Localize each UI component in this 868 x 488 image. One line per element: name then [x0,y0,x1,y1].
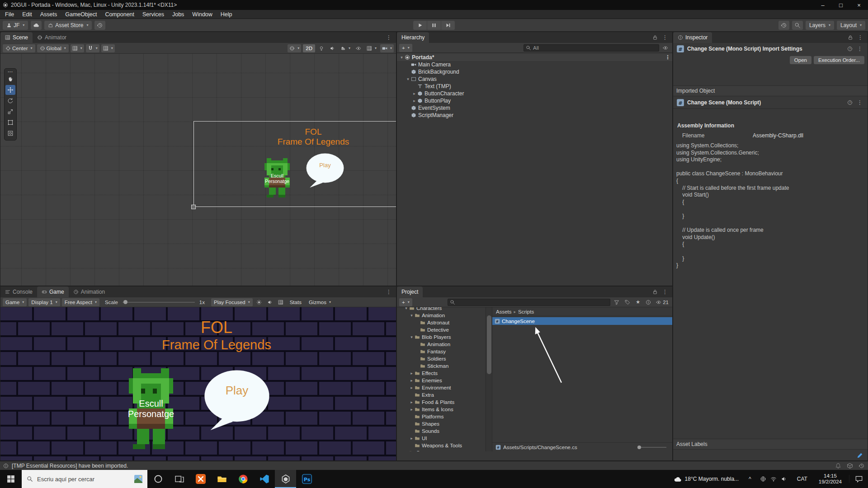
metrics-button[interactable] [276,298,285,306]
project-folder-characters[interactable]: ▾Characters [397,307,486,312]
project-folder-platforms[interactable]: Platforms [397,413,486,420]
start-button[interactable] [0,470,22,488]
expand-arrow-icon[interactable]: ▸ [409,436,415,441]
grid-snap-dropdown[interactable]: ▾ [71,44,84,52]
create-object-button[interactable]: +▾ [399,44,412,52]
grid-visibility-dropdown[interactable]: ▾ [365,44,378,52]
lock-icon[interactable] [652,35,658,40]
project-folder-ui[interactable]: ▸UI [397,435,486,442]
taskbar-app-unity[interactable] [275,470,296,488]
search-everything-button[interactable] [792,21,803,30]
game-target-dropdown[interactable]: Game▾ [3,298,27,306]
scene-audio-button[interactable] [328,44,337,52]
taskbar-app-orange[interactable] [190,470,211,488]
tool-orientation-dropdown[interactable]: Global ▾ [37,44,69,52]
collab-history-button[interactable] [94,21,105,30]
search-by-type-button[interactable] [612,298,621,306]
tab-animation[interactable]: Animation [69,286,109,297]
tab-animator[interactable]: Animator [33,32,71,43]
tray-expand-button[interactable]: ^ [746,476,754,482]
tool-pivot-dropdown[interactable]: Center ▾ [3,44,35,52]
menu-edit[interactable]: Edit [18,11,36,18]
volume-icon[interactable] [781,476,787,482]
hierarchy-item-brickbackground[interactable]: BrickBackground [397,68,672,75]
expand-arrow-icon[interactable]: ▾ [405,77,411,81]
scene-visibility-button[interactable] [354,44,363,52]
project-folder-blob-players[interactable]: ▾Blob Players [397,333,486,341]
menu-assets[interactable]: Assets [36,11,61,18]
hierarchy-item-buttoncharacter[interactable]: ▸ButtonCharacter [397,90,672,97]
display-dropdown[interactable]: Display 1▾ [28,298,60,306]
background-tasks-icon[interactable] [847,463,853,469]
menu-window[interactable]: Window [188,11,216,18]
layers-dropdown[interactable]: Layers ▾ [806,21,834,30]
panel-menu-icon[interactable]: ⋮ [384,34,393,41]
project-folder-detective[interactable]: Detective [397,326,486,333]
maximize-button[interactable]: □ [832,0,850,10]
tab-game[interactable]: Game [37,286,69,297]
expand-arrow-icon[interactable]: ▾ [399,55,405,60]
expand-arrow-icon[interactable]: ▸ [409,400,415,404]
search-by-label-button[interactable] [623,298,632,306]
asset-store-button[interactable]: Asset Store ▾ [44,21,92,30]
expand-arrow-icon[interactable]: ▸ [409,378,415,383]
step-button[interactable] [441,21,455,30]
project-folder-enemies[interactable]: ▸Enemies [397,377,486,384]
scale-slider[interactable] [123,302,195,303]
expand-arrow-icon[interactable]: ▸ [409,407,415,412]
header-menu-icon[interactable]: ⋮ [855,46,864,52]
project-folder-scenes[interactable]: Scenes [397,449,486,451]
gizmos-dropdown[interactable]: Gizmos▾ [306,298,334,306]
increment-snap-dropdown[interactable]: ▾ [101,44,115,52]
project-folder-soldiers[interactable]: Soldiers [397,355,486,362]
project-tree-scrollbar[interactable] [486,307,492,451]
play-button[interactable] [413,21,427,30]
menu-file[interactable]: File [1,11,18,18]
thumbnail-zoom-slider[interactable] [637,447,666,448]
expand-arrow-icon[interactable]: ▾ [403,307,409,310]
project-folder-effects[interactable]: ▸Effects [397,370,486,377]
play-focus-dropdown[interactable]: Play Focused▾ [211,298,253,306]
tab-console[interactable]: Console [0,286,37,297]
menu-gameobject[interactable]: GameObject [61,11,101,18]
character-button-label[interactable]: Escull Personatge [115,399,187,419]
aspect-dropdown[interactable]: Free Aspect▾ [62,298,99,306]
packages-info-button[interactable] [644,298,653,306]
hand-tool-button[interactable] [5,74,15,84]
scrollbar-thumb[interactable] [487,315,491,374]
refresh-icon[interactable] [859,463,865,469]
taskbar-app-vscode[interactable] [254,470,275,488]
scene-lighting-button[interactable] [317,44,326,52]
layout-dropdown[interactable]: Layout ▾ [837,21,865,30]
project-folder-astronaut[interactable]: Astronaut [397,319,486,326]
project-folder-shapes[interactable]: Shapes [397,420,486,427]
project-search-input[interactable] [448,299,611,306]
scale-slider-handle[interactable] [123,300,127,304]
rotate-tool-button[interactable] [5,96,15,106]
notifications-icon[interactable] [835,463,841,469]
item-menu-icon[interactable]: ⋮ [663,54,672,61]
menu-services[interactable]: Services [138,11,168,18]
expand-arrow-icon[interactable]: ▾ [409,335,415,339]
scene-visibility-toggle[interactable] [661,44,670,52]
taskbar-app-photoshop[interactable]: Ps [296,470,317,488]
scene-viewport[interactable]: FOL Frame Of Legends Escull Personatge P… [0,54,396,286]
panel-menu-icon[interactable]: ⋮ [660,289,670,295]
project-folder-extra[interactable]: Extra [397,391,486,399]
tab-project[interactable]: Project [397,286,423,297]
action-center-button[interactable] [849,475,868,483]
wifi-icon[interactable] [770,476,777,482]
expand-arrow-icon[interactable]: ▸ [409,371,415,375]
hierarchy-item-main-camera[interactable]: Main Camera [397,61,672,68]
menu-component[interactable]: Component [101,11,138,18]
canvas-corner-handle[interactable] [191,205,196,209]
network-icon[interactable] [760,476,766,482]
create-asset-button[interactable]: +▾ [399,298,412,306]
expand-arrow-icon[interactable]: ▾ [409,313,415,318]
drag-handle-icon[interactable]: ••• [8,70,13,73]
move-tool-button[interactable] [5,85,15,95]
taskbar-app-cortana[interactable] [147,470,169,488]
breadcrumb-assets[interactable]: Assets [496,309,512,314]
taskbar-task-view[interactable] [169,470,190,488]
panel-menu-icon[interactable]: ⋮ [856,34,865,41]
